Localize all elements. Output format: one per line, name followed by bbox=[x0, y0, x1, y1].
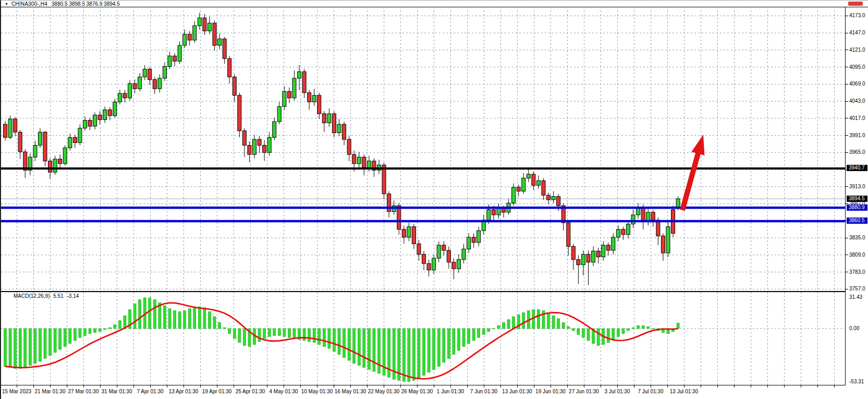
time-label: 13 Jun 01:30 bbox=[502, 389, 532, 394]
candle-bear bbox=[98, 115, 102, 120]
macd-bar bbox=[507, 320, 510, 329]
price-axis[interactable]: 3757.03783.03809.03835.03887.03913.03965… bbox=[846, 1, 868, 399]
macd-bar bbox=[29, 329, 31, 366]
macd-bar bbox=[443, 329, 445, 362]
candle-bear bbox=[4, 124, 7, 137]
time-tick bbox=[801, 385, 801, 388]
candle-bull bbox=[33, 145, 37, 157]
price-line-badge-3880.9: 3880.9 bbox=[847, 204, 867, 211]
macd-bar bbox=[218, 323, 221, 329]
macd-bar bbox=[402, 329, 405, 381]
price-label: 3783.0 bbox=[849, 269, 865, 275]
macd-bar bbox=[338, 329, 340, 355]
price-tick bbox=[846, 101, 848, 102]
candle-bear bbox=[557, 197, 560, 206]
candle-bear bbox=[571, 246, 575, 259]
time-tick bbox=[317, 385, 317, 388]
candle-bull bbox=[631, 215, 635, 224]
macd-bar bbox=[118, 321, 121, 329]
candle-bear bbox=[213, 23, 216, 45]
candle-bear bbox=[442, 245, 446, 250]
candle-bull bbox=[8, 119, 12, 137]
candle-bear bbox=[287, 91, 291, 98]
macd-bar bbox=[642, 325, 644, 329]
time-label: 21 Mar 01:30 bbox=[35, 389, 66, 394]
macd-bar bbox=[557, 319, 560, 329]
macd-bar bbox=[512, 317, 515, 329]
candle-bull bbox=[68, 137, 72, 148]
time-tick bbox=[300, 385, 301, 388]
macd-bar bbox=[447, 329, 450, 358]
price-line-badge-3894.5: 3894.5 bbox=[847, 196, 867, 202]
time-tick bbox=[634, 385, 634, 388]
time-label: 3 Jul 01:30 bbox=[605, 389, 630, 394]
candle-bear bbox=[203, 18, 206, 31]
symbol-dropdown-icon[interactable]: ▼ bbox=[5, 2, 8, 6]
candle-bull bbox=[267, 137, 271, 152]
time-tick bbox=[434, 385, 434, 388]
time-tick bbox=[767, 385, 768, 388]
time-tick bbox=[17, 385, 17, 388]
macd-bar bbox=[427, 329, 430, 372]
time-tick bbox=[67, 385, 67, 388]
candle-bull bbox=[38, 132, 42, 145]
price-tick bbox=[846, 118, 848, 118]
candle-bull bbox=[113, 102, 117, 115]
price-label: 3835.0 bbox=[849, 235, 865, 240]
time-label: 19 Jun 01:30 bbox=[535, 389, 566, 394]
candle-bull bbox=[612, 237, 615, 250]
macd-bar bbox=[348, 329, 350, 360]
time-tick bbox=[834, 385, 835, 388]
time-tick bbox=[751, 385, 751, 388]
candle-bull bbox=[462, 249, 466, 259]
candle-bull bbox=[312, 95, 316, 102]
time-tick bbox=[167, 385, 167, 388]
candle-bull bbox=[277, 106, 281, 122]
price-line-badge-3940.7: 3940.7 bbox=[847, 165, 867, 171]
macd-bar bbox=[677, 323, 679, 329]
macd-bar bbox=[313, 329, 315, 343]
candle-bear bbox=[322, 114, 326, 123]
time-tick bbox=[334, 385, 334, 388]
price-line-badge-3860.5: 3860.5 bbox=[847, 217, 867, 224]
candle-bear bbox=[586, 255, 590, 262]
macd-bar bbox=[64, 329, 66, 346]
candle-bear bbox=[43, 132, 47, 161]
time-label: 27 Jun 01:30 bbox=[569, 389, 599, 394]
macd-bar bbox=[293, 329, 296, 338]
macd-bar bbox=[59, 329, 62, 349]
time-tick bbox=[133, 385, 134, 388]
candle-bull bbox=[432, 258, 436, 270]
candle-bull bbox=[407, 227, 411, 237]
macd-bar bbox=[468, 329, 470, 344]
time-label: 7 Jul 01:30 bbox=[638, 389, 664, 394]
candle-bull bbox=[183, 34, 187, 45]
candle-bear bbox=[402, 229, 406, 237]
macd-bar bbox=[437, 329, 440, 367]
macd-bar bbox=[99, 329, 101, 332]
time-label: 22 May 01:30 bbox=[368, 389, 400, 394]
macd-bar bbox=[69, 329, 71, 344]
price-label: 4043.0 bbox=[849, 98, 865, 104]
candle-bear bbox=[656, 220, 660, 236]
time-tick bbox=[417, 385, 418, 388]
candle-bull bbox=[367, 161, 371, 168]
macd-bar bbox=[457, 329, 460, 350]
time-label: 26 May 01:30 bbox=[401, 389, 433, 394]
macd-bar bbox=[223, 328, 226, 329]
macd-bar bbox=[408, 329, 410, 382]
time-axis[interactable]: 15 Mar 202321 Mar 01:3027 Mar 01:3031 Ma… bbox=[1, 385, 846, 399]
candle-bull bbox=[527, 174, 530, 178]
price-tick bbox=[846, 186, 848, 187]
candle-bull bbox=[138, 77, 142, 89]
price-tick bbox=[846, 272, 848, 272]
candle-bull bbox=[207, 23, 211, 31]
candle-bear bbox=[412, 227, 415, 244]
candle-bull bbox=[283, 91, 286, 106]
macd-bar bbox=[233, 329, 236, 338]
macd-bar bbox=[9, 329, 11, 367]
macd-signal-line bbox=[5, 303, 678, 379]
macd-bar bbox=[472, 329, 475, 341]
macd-bar bbox=[412, 329, 415, 380]
macd-bar bbox=[522, 312, 525, 329]
